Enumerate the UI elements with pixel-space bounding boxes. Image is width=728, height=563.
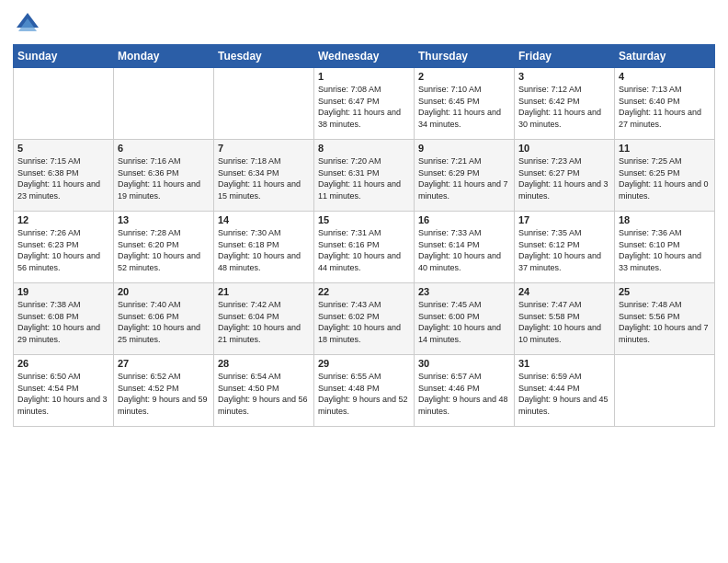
calendar-cell: 1Sunrise: 7:08 AM Sunset: 6:47 PM Daylig…: [314, 68, 415, 140]
calendar-cell: 20Sunrise: 7:40 AM Sunset: 6:06 PM Dayli…: [114, 283, 214, 355]
calendar-cell: 9Sunrise: 7:21 AM Sunset: 6:29 PM Daylig…: [415, 140, 515, 212]
week-row-1: 1Sunrise: 7:08 AM Sunset: 6:47 PM Daylig…: [14, 68, 715, 140]
calendar-cell: [114, 68, 214, 140]
day-number: 18: [619, 214, 711, 225]
day-info: Sunrise: 6:52 AM Sunset: 4:52 PM Dayligh…: [118, 371, 210, 417]
day-info: Sunrise: 7:08 AM Sunset: 6:47 PM Dayligh…: [318, 84, 410, 130]
week-row-4: 19Sunrise: 7:38 AM Sunset: 6:08 PM Dayli…: [14, 283, 715, 355]
weekday-header-monday: Monday: [114, 45, 214, 68]
day-info: Sunrise: 7:16 AM Sunset: 6:36 PM Dayligh…: [118, 155, 210, 201]
day-number: 24: [518, 286, 610, 297]
day-number: 31: [518, 358, 610, 369]
day-number: 21: [218, 286, 310, 297]
week-row-3: 12Sunrise: 7:26 AM Sunset: 6:23 PM Dayli…: [14, 212, 715, 283]
day-number: 13: [118, 214, 210, 225]
day-number: 3: [518, 71, 610, 82]
day-number: 9: [418, 143, 510, 154]
calendar-cell: 7Sunrise: 7:18 AM Sunset: 6:34 PM Daylig…: [214, 140, 314, 212]
day-info: Sunrise: 6:59 AM Sunset: 4:44 PM Dayligh…: [518, 371, 610, 417]
page-header: [13, 9, 715, 39]
calendar-cell: 26Sunrise: 6:50 AM Sunset: 4:54 PM Dayli…: [14, 355, 114, 427]
week-row-5: 26Sunrise: 6:50 AM Sunset: 4:54 PM Dayli…: [14, 355, 715, 427]
day-number: 25: [619, 286, 711, 297]
weekday-header-tuesday: Tuesday: [214, 45, 314, 68]
day-info: Sunrise: 6:54 AM Sunset: 4:50 PM Dayligh…: [218, 371, 310, 417]
weekday-header-friday: Friday: [515, 45, 615, 68]
calendar-cell: 22Sunrise: 7:43 AM Sunset: 6:02 PM Dayli…: [314, 283, 415, 355]
day-info: Sunrise: 7:36 AM Sunset: 6:10 PM Dayligh…: [619, 227, 711, 273]
calendar-cell: 24Sunrise: 7:47 AM Sunset: 5:58 PM Dayli…: [515, 283, 615, 355]
day-info: Sunrise: 7:35 AM Sunset: 6:12 PM Dayligh…: [518, 227, 610, 273]
calendar-cell: 14Sunrise: 7:30 AM Sunset: 6:18 PM Dayli…: [214, 212, 314, 283]
calendar-cell: 13Sunrise: 7:28 AM Sunset: 6:20 PM Dayli…: [114, 212, 214, 283]
calendar-cell: 17Sunrise: 7:35 AM Sunset: 6:12 PM Dayli…: [515, 212, 615, 283]
calendar-cell: 28Sunrise: 6:54 AM Sunset: 4:50 PM Dayli…: [214, 355, 314, 427]
calendar-cell: 3Sunrise: 7:12 AM Sunset: 6:42 PM Daylig…: [515, 68, 615, 140]
calendar-cell: 16Sunrise: 7:33 AM Sunset: 6:14 PM Dayli…: [415, 212, 515, 283]
day-info: Sunrise: 7:15 AM Sunset: 6:38 PM Dayligh…: [17, 155, 109, 201]
calendar-cell: 25Sunrise: 7:48 AM Sunset: 5:56 PM Dayli…: [615, 283, 715, 355]
day-number: 16: [418, 214, 510, 225]
day-info: Sunrise: 6:57 AM Sunset: 4:46 PM Dayligh…: [418, 371, 510, 417]
day-number: 14: [218, 214, 310, 225]
day-number: 26: [17, 358, 109, 369]
day-info: Sunrise: 7:26 AM Sunset: 6:23 PM Dayligh…: [17, 227, 109, 273]
day-info: Sunrise: 7:48 AM Sunset: 5:56 PM Dayligh…: [619, 299, 711, 345]
calendar-cell: 12Sunrise: 7:26 AM Sunset: 6:23 PM Dayli…: [14, 212, 114, 283]
calendar-cell: 23Sunrise: 7:45 AM Sunset: 6:00 PM Dayli…: [415, 283, 515, 355]
day-info: Sunrise: 6:55 AM Sunset: 4:48 PM Dayligh…: [318, 371, 410, 417]
calendar-cell: 10Sunrise: 7:23 AM Sunset: 6:27 PM Dayli…: [515, 140, 615, 212]
weekday-header-wednesday: Wednesday: [314, 45, 415, 68]
calendar-cell: 4Sunrise: 7:13 AM Sunset: 6:40 PM Daylig…: [615, 68, 715, 140]
day-number: 19: [17, 286, 109, 297]
day-number: 22: [318, 286, 410, 297]
calendar-cell: 29Sunrise: 6:55 AM Sunset: 4:48 PM Dayli…: [314, 355, 415, 427]
calendar-cell: 21Sunrise: 7:42 AM Sunset: 6:04 PM Dayli…: [214, 283, 314, 355]
calendar-cell: [615, 355, 715, 427]
day-info: Sunrise: 7:25 AM Sunset: 6:25 PM Dayligh…: [619, 155, 711, 201]
calendar-cell: [214, 68, 314, 140]
day-info: Sunrise: 7:30 AM Sunset: 6:18 PM Dayligh…: [218, 227, 310, 273]
day-number: 15: [318, 214, 410, 225]
day-number: 30: [418, 358, 510, 369]
calendar-table: SundayMondayTuesdayWednesdayThursdayFrid…: [13, 44, 715, 427]
day-info: Sunrise: 7:45 AM Sunset: 6:00 PM Dayligh…: [418, 299, 510, 345]
day-number: 5: [17, 143, 109, 154]
calendar-cell: 18Sunrise: 7:36 AM Sunset: 6:10 PM Dayli…: [615, 212, 715, 283]
day-info: Sunrise: 7:38 AM Sunset: 6:08 PM Dayligh…: [17, 299, 109, 345]
calendar-cell: 5Sunrise: 7:15 AM Sunset: 6:38 PM Daylig…: [14, 140, 114, 212]
weekday-header-thursday: Thursday: [415, 45, 515, 68]
day-number: 29: [318, 358, 410, 369]
day-info: Sunrise: 7:43 AM Sunset: 6:02 PM Dayligh…: [318, 299, 410, 345]
day-info: Sunrise: 7:28 AM Sunset: 6:20 PM Dayligh…: [118, 227, 210, 273]
calendar-cell: 31Sunrise: 6:59 AM Sunset: 4:44 PM Dayli…: [515, 355, 615, 427]
calendar-cell: 27Sunrise: 6:52 AM Sunset: 4:52 PM Dayli…: [114, 355, 214, 427]
day-number: 4: [619, 71, 711, 82]
day-number: 23: [418, 286, 510, 297]
day-number: 27: [118, 358, 210, 369]
calendar-cell: 8Sunrise: 7:20 AM Sunset: 6:31 PM Daylig…: [314, 140, 415, 212]
day-info: Sunrise: 7:33 AM Sunset: 6:14 PM Dayligh…: [418, 227, 510, 273]
day-number: 17: [518, 214, 610, 225]
day-number: 12: [17, 214, 109, 225]
calendar-cell: 19Sunrise: 7:38 AM Sunset: 6:08 PM Dayli…: [14, 283, 114, 355]
logo-icon: [13, 9, 42, 39]
calendar-cell: 15Sunrise: 7:31 AM Sunset: 6:16 PM Dayli…: [314, 212, 415, 283]
day-number: 28: [218, 358, 310, 369]
day-info: Sunrise: 7:20 AM Sunset: 6:31 PM Dayligh…: [318, 155, 410, 201]
calendar-cell: [14, 68, 114, 140]
day-info: Sunrise: 7:40 AM Sunset: 6:06 PM Dayligh…: [118, 299, 210, 345]
day-info: Sunrise: 7:47 AM Sunset: 5:58 PM Dayligh…: [518, 299, 610, 345]
day-info: Sunrise: 7:18 AM Sunset: 6:34 PM Dayligh…: [218, 155, 310, 201]
logo: [13, 9, 46, 39]
day-info: Sunrise: 7:21 AM Sunset: 6:29 PM Dayligh…: [418, 155, 510, 201]
day-number: 6: [118, 143, 210, 154]
week-row-2: 5Sunrise: 7:15 AM Sunset: 6:38 PM Daylig…: [14, 140, 715, 212]
calendar-cell: 30Sunrise: 6:57 AM Sunset: 4:46 PM Dayli…: [415, 355, 515, 427]
day-info: Sunrise: 6:50 AM Sunset: 4:54 PM Dayligh…: [17, 371, 109, 417]
day-info: Sunrise: 7:23 AM Sunset: 6:27 PM Dayligh…: [518, 155, 610, 201]
day-number: 7: [218, 143, 310, 154]
day-number: 8: [318, 143, 410, 154]
day-info: Sunrise: 7:12 AM Sunset: 6:42 PM Dayligh…: [518, 84, 610, 130]
day-number: 1: [318, 71, 410, 82]
